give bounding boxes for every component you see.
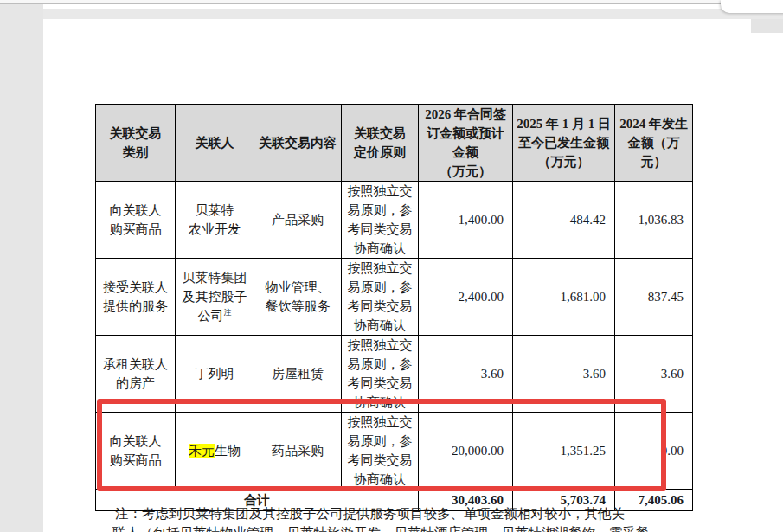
cell-principle: 按照独立交 易原则，参 考同类交易 协商确认 <box>342 259 419 336</box>
footnote-marker: 注 <box>224 308 232 317</box>
cell-amt-2024: 0.00 <box>615 413 693 490</box>
cell-party: 禾元生物 <box>176 413 254 490</box>
header-content: 关联交易内容 <box>254 105 342 182</box>
cell-content: 产品采购 <box>254 182 342 259</box>
cell-content: 物业管理、 餐饮等服务 <box>254 259 342 336</box>
cell-category: 向关联人 购买商品 <box>96 413 176 490</box>
cell-principle: 按照独立交 易原则，参 考同类交易 协商确认 <box>342 182 419 259</box>
cell-amt-2026: 3.60 <box>419 336 513 413</box>
cell-content: 药品采购 <box>254 413 342 490</box>
header-category: 关联交易 类别 <box>96 105 176 182</box>
table-header-row: 关联交易 类别 关联人 关联交易内容 关联交易 定价原则 2026 年合同签 订… <box>96 105 693 182</box>
cell-amt-2025: 1,351.25 <box>513 413 615 490</box>
header-related-party: 关联人 <box>176 105 254 182</box>
cell-amt-2026: 1,400.00 <box>419 182 513 259</box>
cell-amt-2025: 484.42 <box>513 182 615 259</box>
cell-principle: 按照独立交 易原则，参 考同类交易 协商确认 <box>342 336 419 413</box>
cell-amt-2026: 2,400.00 <box>419 259 513 336</box>
cell-principle: 按照独立交 易原则，参 考同类交易 协商确认 <box>342 413 419 490</box>
cell-amt-2026: 20,000.00 <box>419 413 513 490</box>
table-row: 接受关联人 提供的服务 贝莱特集团 及其控股子 公司注 物业管理、 餐饮等服务 … <box>96 259 693 336</box>
cell-amt-2025: 3.60 <box>513 336 615 413</box>
cell-amt-2025: 1,681.00 <box>513 259 615 336</box>
floating-panel <box>721 0 783 13</box>
top-divider-line <box>0 3 721 4</box>
cell-category: 承租关联人 的房产 <box>96 336 176 413</box>
footnote-line-1: 注：考虑到贝莱特集团及其控股子公司提供服务项目较多、单项金额相对较小，其他关 <box>115 505 721 523</box>
cell-party: 丁列明 <box>176 336 254 413</box>
yellow-highlight: 禾元 <box>189 444 215 458</box>
party-text: 贝莱特集团 及其控股子 公司 <box>183 271 247 323</box>
table-row: 向关联人 购买商品 贝莱特 农业开发 产品采购 按照独立交 易原则，参 考同类交… <box>96 182 693 259</box>
cell-amt-2024: 837.45 <box>615 259 693 336</box>
cell-category: 接受关联人 提供的服务 <box>96 259 176 336</box>
header-2024-amount: 2024 年发生 金额（万元） <box>615 105 693 182</box>
cell-party: 贝莱特 农业开发 <box>176 182 254 259</box>
cell-amt-2024: 1,036.83 <box>615 182 693 259</box>
table-row-highlighted: 向关联人 购买商品 禾元生物 药品采购 按照独立交 易原则，参 考同类交易 协商… <box>96 413 693 490</box>
horizontal-scroll-track[interactable] <box>43 9 783 19</box>
cell-amt-2024: 3.60 <box>615 336 693 413</box>
cell-party: 贝莱特集团 及其控股子 公司注 <box>176 259 254 336</box>
header-2025-amount: 2025 年 1 月 1 日 至今已发生金额 （万元） <box>513 105 615 182</box>
cell-content: 房屋租赁 <box>254 336 342 413</box>
header-2026-amount: 2026 年合同签 订金额或预计 金额 （万元） <box>419 105 513 182</box>
related-party-transactions-table: 关联交易 类别 关联人 关联交易内容 关联交易 定价原则 2026 年合同签 订… <box>95 104 693 511</box>
header-pricing: 关联交易 定价原则 <box>342 105 419 182</box>
party-text: 生物 <box>215 444 241 458</box>
cell-category: 向关联人 购买商品 <box>96 182 176 259</box>
scrollbar-track[interactable] <box>751 19 783 33</box>
footnote-line-2: 联人（包括贝莱特物业管理、贝莱特旅游开发、贝莱特酒店管理、贝莱特湘湖餐饮、需采餐 <box>112 524 735 532</box>
left-margin-strip <box>0 4 43 532</box>
table-row: 承租关联人 的房产 丁列明 房屋租赁 按照独立交 易原则，参 考同类交易 协商确… <box>96 336 693 413</box>
